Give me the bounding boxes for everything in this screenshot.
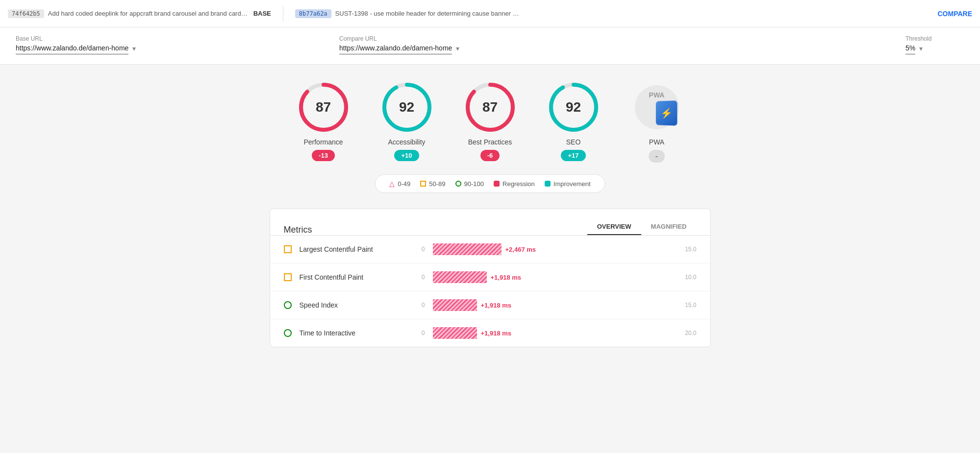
pwa-bg-circle: PWA ⚡ [635, 85, 679, 129]
pwa-label: PWA [649, 138, 664, 146]
bar-hatched-lcp [433, 243, 502, 255]
metric-bar-lcp: +2,467 ms [433, 242, 669, 256]
accessibility-label: Accessibility [388, 138, 425, 146]
threshold-dropdown-icon[interactable]: ▾ [919, 45, 923, 52]
score-performance: 87 Performance -13 [297, 80, 351, 163]
legend-regression: Regression [494, 180, 535, 188]
metric-name-lcp: Largest Contentful Paint [300, 245, 407, 253]
seo-label: SEO [566, 138, 581, 146]
compare-button[interactable]: COMPARE [937, 10, 972, 18]
base-url-label: Base URL [16, 35, 339, 42]
square-orange-icon [284, 245, 292, 253]
dot-red-icon [494, 181, 500, 187]
pwa-text-label: PWA [649, 91, 665, 99]
metric-bar-fcp: +1,918 ms [433, 270, 669, 284]
accessibility-value: 92 [399, 99, 414, 115]
scores-row: 87 Performance -13 92 Accessibility +10 [20, 80, 960, 163]
metrics-title: Metrics [284, 225, 587, 235]
top-bar-divider [283, 6, 283, 22]
threshold-row: 5% ▾ [905, 44, 964, 54]
bar-label-tti: +1,918 ms [481, 330, 512, 337]
metric-bar-inner-lcp: +2,467 ms [433, 243, 536, 255]
bar-hatched-si [433, 299, 477, 311]
url-section: Base URL https://www.zalando.de/damen-ho… [0, 27, 980, 65]
legend-high: 90-100 [455, 180, 484, 188]
metric-end-lcp: 15.0 [677, 246, 697, 253]
table-row: First Contentful Paint 0 +1,918 ms 10.0 [270, 263, 710, 291]
seo-value: 92 [566, 99, 581, 115]
best-practices-circle: 87 [463, 80, 517, 134]
compare-url-dropdown-icon[interactable]: ▾ [456, 45, 459, 52]
table-row: Largest Contentful Paint 0 +2,467 ms 15.… [270, 236, 710, 263]
threshold-label: Threshold [905, 35, 964, 42]
legend-bar: △ 0-49 50-89 90-100 Regression Improveme… [375, 174, 604, 193]
legend-mid-label: 50-89 [429, 180, 445, 188]
bar-hatched-fcp [433, 271, 487, 283]
pwa-badge: - [649, 150, 665, 163]
circle-green-icon [284, 301, 292, 309]
metric-name-si: Speed Index [300, 301, 407, 309]
legend-mid: 50-89 [420, 180, 445, 188]
base-commit-label: Add hard coded deeplink for appcraft bra… [48, 10, 248, 17]
accessibility-circle: 92 [380, 80, 434, 134]
metrics-card: Metrics OVERVIEW MAGNIFIED Largest Conte… [270, 209, 711, 347]
best-practices-badge: -6 [480, 150, 500, 161]
square-orange-icon [284, 273, 292, 281]
compare-commit: 8b77a62a SUST-1398 - use mobile header f… [295, 7, 519, 20]
performance-label: Performance [303, 138, 343, 146]
base-hash: 74f642b5 [8, 9, 44, 18]
metric-zero-si: 0 [415, 302, 425, 309]
circle-green-icon [455, 181, 461, 187]
accessibility-badge: +10 [394, 150, 419, 161]
best-practices-label: Best Practices [468, 138, 512, 146]
seo-badge: +17 [561, 150, 585, 161]
base-url-row: https://www.zalando.de/damen-home ▾ [16, 44, 339, 54]
bar-label-si: +1,918 ms [481, 302, 512, 309]
main-content: 87 Performance -13 92 Accessibility +10 [0, 65, 980, 446]
table-row: Time to Interactive 0 +1,918 ms 20.0 [270, 319, 710, 347]
metric-zero-tti: 0 [415, 330, 425, 336]
legend-improvement: Improvement [545, 180, 591, 188]
legend-high-label: 90-100 [464, 180, 484, 188]
triangle-icon: △ [389, 180, 395, 188]
performance-circle: 87 [297, 80, 351, 134]
metric-name-tti: Time to Interactive [300, 329, 407, 337]
dot-teal-icon [545, 181, 551, 187]
circle-green-icon [284, 329, 292, 337]
compare-url-value[interactable]: https://www.zalando.de/damen-home [339, 44, 452, 54]
legend-improvement-label: Improvement [553, 180, 591, 188]
bar-label-fcp: +1,918 ms [491, 274, 522, 281]
threshold-value[interactable]: 5% [905, 44, 915, 54]
tab-overview[interactable]: OVERVIEW [587, 219, 641, 235]
performance-badge: -13 [312, 150, 335, 161]
base-url-dropdown-icon[interactable]: ▾ [132, 45, 136, 52]
best-practices-value: 87 [482, 99, 498, 115]
compare-url-row: https://www.zalando.de/damen-home ▾ [339, 44, 894, 54]
score-pwa: PWA ⚡ PWA - [630, 80, 684, 163]
metrics-header: Metrics OVERVIEW MAGNIFIED [270, 209, 710, 235]
score-best-practices: 87 Best Practices -6 [463, 80, 517, 163]
pwa-badge-icon: ⚡ [655, 100, 677, 126]
compare-url-label: Compare URL [339, 35, 894, 42]
metric-zero-lcp: 0 [415, 246, 425, 253]
bar-hatched-tti [433, 327, 477, 339]
legend-low-label: 0-49 [398, 180, 410, 188]
score-seo: 92 SEO +17 [547, 80, 601, 163]
legend-low: △ 0-49 [389, 180, 410, 188]
pwa-icon-container: PWA ⚡ [630, 80, 684, 134]
seo-circle: 92 [547, 80, 601, 134]
base-commit: 74f642b5 Add hard coded deeplink for app… [8, 7, 271, 20]
score-accessibility: 92 Accessibility +10 [380, 80, 434, 163]
base-url-value[interactable]: https://www.zalando.de/damen-home [16, 44, 128, 54]
metric-bar-tti: +1,918 ms [433, 326, 669, 340]
bar-label-lcp: +2,467 ms [505, 246, 536, 253]
compare-hash: 8b77a62a [295, 9, 331, 18]
metric-bar-inner-tti: +1,918 ms [433, 327, 512, 339]
metric-name-fcp: First Contentful Paint [300, 273, 407, 281]
threshold-group: Threshold 5% ▾ [905, 35, 964, 54]
legend-regression-label: Regression [503, 180, 535, 188]
tab-magnified[interactable]: MAGNIFIED [641, 219, 697, 235]
metric-end-fcp: 10.0 [677, 274, 697, 281]
table-row: Speed Index 0 +1,918 ms 15.0 [270, 291, 710, 319]
performance-value: 87 [316, 99, 331, 115]
